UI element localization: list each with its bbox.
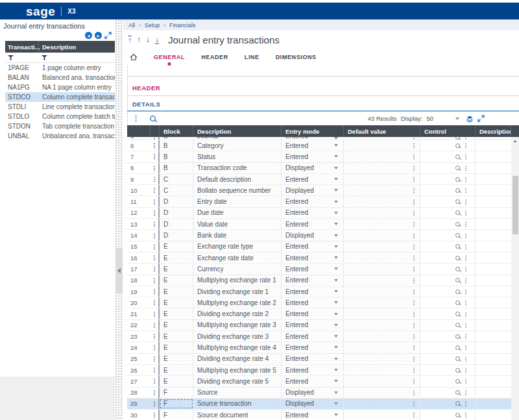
default-value-cell[interactable]: ⋮ [344, 230, 420, 240]
table-row[interactable]: 16⋮EExchange rate dateEntered⋮⋮ [127, 253, 511, 264]
description2-cell[interactable] [476, 219, 511, 229]
chevron-down-icon[interactable] [334, 324, 338, 327]
table-row[interactable]: 8⋮BTransaction codeDisplayed⋮⋮ [127, 163, 511, 174]
block-cell[interactable]: E [160, 354, 193, 364]
row-menu-icon[interactable]: ⋮ [151, 230, 160, 240]
cell-menu-icon[interactable]: ⋮ [463, 165, 469, 171]
description-cell[interactable]: Source [193, 388, 282, 398]
description2-cell[interactable] [476, 174, 511, 184]
table-row[interactable]: 18⋮EMultiplying exchange rate 1Entered⋮⋮ [127, 275, 511, 286]
description-cell[interactable]: Multiplying exchange rate 5 [193, 365, 282, 375]
description-cell[interactable]: Status [193, 151, 282, 162]
block-cell[interactable]: B [160, 163, 193, 173]
cell-menu-icon[interactable]: ⋮ [463, 187, 469, 193]
default-value-cell[interactable]: ⋮ [344, 342, 420, 352]
column-header-description[interactable]: Description [39, 41, 115, 53]
block-cell[interactable]: F [160, 388, 193, 398]
table-row[interactable]: 24⋮EMultiplying exchange rate 4Entered⋮⋮ [127, 342, 511, 353]
control-cell[interactable]: ⋮ [420, 174, 476, 184]
entry-mode-select[interactable]: Entered [282, 308, 344, 319]
lookup-icon[interactable] [455, 143, 460, 148]
lookup-icon[interactable] [455, 278, 460, 282]
cell-menu-icon[interactable]: ⋮ [411, 344, 417, 351]
control-cell[interactable]: ⋮ [420, 208, 476, 218]
description2-cell[interactable] [476, 365, 511, 375]
control-cell[interactable]: ⋮ [420, 354, 476, 364]
default-value-cell[interactable]: ⋮ [344, 399, 420, 409]
chevron-down-icon[interactable] [334, 212, 338, 214]
lookup-icon[interactable] [455, 166, 460, 170]
block-cell[interactable]: D [160, 208, 193, 218]
table-row[interactable]: 30⋮FSource documentEntered⋮⋮ [127, 410, 511, 420]
chevron-down-icon[interactable] [334, 346, 338, 349]
description2-cell[interactable] [476, 208, 511, 218]
control-cell[interactable]: ⋮ [420, 376, 476, 386]
description-cell[interactable]: Dividing exchange rate 5 [193, 376, 282, 386]
row-menu-icon[interactable]: ⋮ [151, 137, 160, 140]
chevron-down-icon[interactable] [334, 414, 338, 416]
cell-menu-icon[interactable]: ⋮ [411, 378, 417, 384]
table-row[interactable]: 19⋮EDividing exchange rate 1Entered⋮⋮ [127, 286, 511, 297]
column-header[interactable] [151, 125, 160, 137]
table-row[interactable]: 20⋮EMultiplying exchange rate 2Entered⋮⋮ [127, 297, 511, 308]
cell-menu-icon[interactable]: ⋮ [411, 389, 417, 396]
default-value-cell[interactable]: ⋮ [344, 286, 420, 297]
block-cell[interactable]: E [160, 342, 193, 352]
block-cell[interactable]: D [160, 219, 193, 229]
cell-menu-icon[interactable]: ⋮ [411, 367, 417, 373]
control-cell[interactable]: ⋮ [420, 137, 476, 140]
description-cell[interactable]: Entry date [193, 196, 282, 206]
cell-menu-icon[interactable]: ⋮ [411, 221, 417, 227]
description2-cell[interactable] [476, 297, 511, 308]
block-cell[interactable]: F [160, 399, 193, 409]
lookup-icon[interactable] [455, 256, 460, 260]
block-cell[interactable]: E [160, 264, 193, 274]
block-cell[interactable]: C [160, 185, 193, 195]
lookup-icon[interactable] [455, 188, 460, 193]
scrollbar-thumb[interactable] [513, 176, 518, 234]
chevron-down-icon[interactable] [334, 144, 338, 147]
description2-cell[interactable] [476, 275, 511, 286]
description2-cell[interactable] [476, 241, 511, 252]
lookup-icon[interactable] [455, 199, 460, 204]
description2-cell[interactable] [476, 264, 511, 274]
table-row[interactable]: 10⋮CBollato sequence numberDisplayed⋮⋮ [127, 185, 511, 196]
list-item[interactable]: BALANBalanced ana. transaction [5, 73, 115, 82]
control-cell[interactable]: ⋮ [420, 388, 476, 398]
control-cell[interactable]: ⋮ [420, 140, 476, 151]
row-menu-icon[interactable]: ⋮ [151, 196, 160, 206]
row-menu-icon[interactable]: ⋮ [151, 331, 160, 341]
row-menu-icon[interactable]: ⋮ [151, 241, 160, 252]
row-menu-icon[interactable]: ⋮ [151, 320, 160, 330]
lookup-icon[interactable] [455, 312, 460, 316]
table-row[interactable]: 13⋮DValue dateEntered⋮⋮ [127, 219, 511, 230]
entry-mode-select[interactable]: Entered [282, 286, 344, 297]
lookup-icon[interactable] [455, 244, 460, 249]
chevron-down-icon[interactable] [334, 301, 338, 304]
description-cell[interactable]: Multiplying exchange rate 2 [193, 297, 282, 308]
collapse-panel-handle[interactable] [115, 248, 123, 293]
default-value-cell[interactable]: ⋮ [344, 196, 420, 206]
default-value-cell[interactable]: ⋮ [344, 219, 420, 229]
tab-dimensions[interactable]: DIMENSIONS [276, 54, 317, 60]
block-cell[interactable]: E [160, 308, 193, 319]
row-menu-icon[interactable]: ⋮ [151, 376, 160, 386]
entry-mode-select[interactable]: Entered [282, 275, 344, 286]
description2-cell[interactable] [476, 253, 511, 263]
list-item[interactable]: STDONTab complete transaction [5, 121, 115, 131]
chevron-down-icon[interactable] [334, 380, 338, 382]
default-value-cell[interactable]: ⋮ [344, 174, 420, 184]
control-cell[interactable]: ⋮ [420, 275, 476, 286]
breadcrumb-item-all[interactable]: All [128, 22, 135, 29]
default-value-cell[interactable]: ⋮ [344, 365, 420, 375]
default-value-cell[interactable]: ⋮ [344, 376, 420, 386]
column-header[interactable]: Default value [344, 125, 420, 137]
row-menu-icon[interactable]: ⋮ [151, 410, 160, 420]
default-value-cell[interactable]: ⋮ [344, 241, 420, 252]
block-cell[interactable]: E [160, 331, 193, 341]
table-row[interactable]: 27⋮EDividing exchange rate 5Entered⋮⋮ [127, 376, 511, 387]
table-row[interactable]: 23⋮EDividing exchange rate 3Entered⋮⋮ [127, 331, 511, 342]
column-header[interactable]: Block [160, 125, 193, 137]
entry-mode-select[interactable]: Entered [282, 342, 344, 352]
description2-cell[interactable] [476, 342, 511, 352]
